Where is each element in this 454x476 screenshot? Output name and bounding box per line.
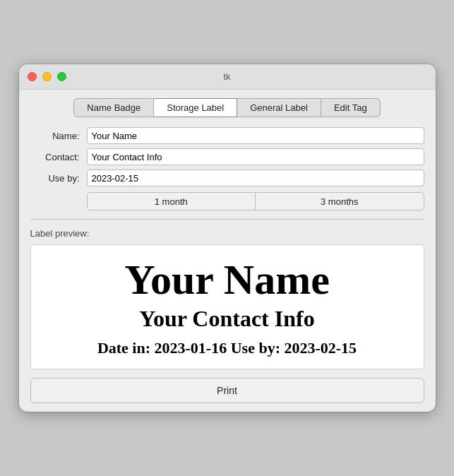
preview-dates: Date in: 2023-01-16 Use by: 2023-02-15	[45, 339, 410, 357]
window-title: tk	[223, 71, 230, 82]
close-button[interactable]	[28, 72, 37, 81]
label-preview-box: Your Name Your Contact Info Date in: 202…	[30, 244, 424, 369]
tab-general-label[interactable]: General Label	[237, 98, 321, 117]
app-window: tk Name Badge Storage Label General Labe…	[19, 64, 436, 412]
tab-storage-label[interactable]: Storage Label	[154, 98, 237, 117]
contact-input[interactable]	[87, 148, 424, 165]
name-row: Name:	[30, 127, 424, 144]
titlebar: tk	[19, 64, 436, 90]
tab-name-badge[interactable]: Name Badge	[73, 98, 154, 117]
one-month-button[interactable]: 1 month	[87, 192, 256, 210]
three-months-button[interactable]: 3 months	[256, 192, 424, 210]
main-content: Name Badge Storage Label General Label E…	[19, 90, 436, 412]
maximize-button[interactable]	[57, 72, 66, 81]
month-buttons: 1 month 3 months	[87, 192, 424, 210]
tab-edit-tag[interactable]: Edit Tag	[321, 98, 381, 117]
preview-contact: Your Contact Info	[45, 306, 410, 332]
tab-bar: Name Badge Storage Label General Label E…	[30, 98, 424, 117]
divider	[30, 219, 424, 220]
form-section: Name: Contact: Use by: 1 month 3 months	[30, 127, 424, 210]
useby-input[interactable]	[87, 169, 424, 186]
print-button[interactable]: Print	[30, 378, 424, 403]
contact-label: Contact:	[30, 152, 87, 162]
preview-section-label: Label preview:	[30, 228, 424, 239]
minimize-button[interactable]	[42, 72, 52, 81]
useby-label: Use by:	[30, 173, 87, 184]
name-input[interactable]	[87, 127, 424, 144]
contact-row: Contact:	[30, 148, 424, 165]
traffic-lights	[28, 72, 66, 81]
preview-name: Your Name	[45, 256, 410, 303]
useby-row: Use by:	[30, 169, 424, 186]
name-label: Name:	[30, 131, 87, 141]
